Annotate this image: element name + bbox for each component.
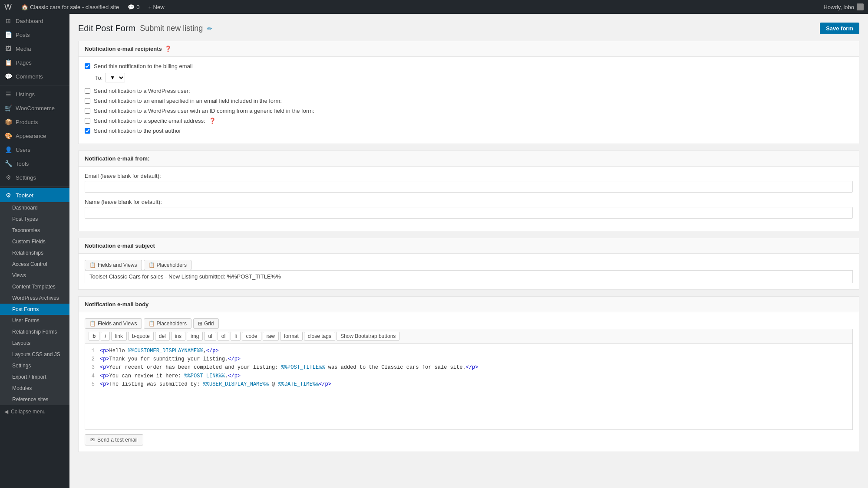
notification-subject-card: Notification e-mail subject 📋 Fields and… (78, 238, 859, 290)
sub-export-import[interactable]: Export / Import (0, 371, 69, 383)
checkbox-email-field-input[interactable] (85, 98, 90, 104)
sub-modules[interactable]: Modules (0, 383, 69, 394)
code-button[interactable]: code (242, 332, 261, 341)
ol-button[interactable]: ol (218, 332, 229, 341)
italic-button[interactable]: i (101, 332, 110, 341)
del-button[interactable]: del (155, 332, 170, 341)
adminbar-new[interactable]: + New (144, 4, 168, 10)
email-icon: ✉ (90, 437, 95, 443)
sub-relationships[interactable]: Relationships (0, 247, 69, 259)
sub-post-types[interactable]: Post Types (0, 213, 69, 225)
li-button[interactable]: li (231, 332, 241, 341)
sub-access-control[interactable]: Access Control (0, 259, 69, 270)
sidebar-item-dashboard[interactable]: ⊞ Dashboard (0, 14, 69, 28)
checkbox-billing: Send this notification to the billing em… (85, 63, 853, 69)
checkbox-post-author-input[interactable] (85, 128, 90, 134)
checkbox-wp-id-input[interactable] (85, 108, 90, 114)
edit-pencil-icon[interactable]: ✏ (207, 25, 212, 32)
main-content: Edit Post Form Submit new listing ✏ Save… (69, 14, 868, 488)
checkbox-post-author: Send notification to the post author (85, 128, 853, 134)
notification-from-header: Notification e-mail from: (79, 151, 859, 167)
code-line-1: 1 <p>Hello %%CUSTOMER_DISPLAYNAME%%,</p> (89, 347, 849, 355)
listings-icon: ☰ (4, 91, 12, 98)
sub-views[interactable]: Views (0, 270, 69, 281)
subject-value[interactable]: Toolset Classic Cars for sales - New Lis… (85, 270, 853, 283)
bold-button[interactable]: b (89, 332, 99, 341)
body-format-toolbar: b i link b-quote del ins img ul ol li co… (85, 329, 853, 343)
body-fields-views-button[interactable]: 📋 Fields and Views (85, 318, 142, 329)
sub-reference-sites[interactable]: Reference sites (0, 394, 69, 405)
sidebar-item-products[interactable]: 📦 Products (0, 115, 69, 129)
img-button[interactable]: img (187, 332, 203, 341)
format-button[interactable]: format (280, 332, 303, 341)
notification-recipients-card: Notification e-mail recipients ❓ Send th… (78, 41, 859, 144)
sidebar-item-appearance[interactable]: 🎨 Appearance (0, 129, 69, 143)
email-field-input[interactable] (85, 181, 853, 193)
page-header: Edit Post Form Submit new listing ✏ Save… (78, 23, 859, 34)
settings-icon: ⚙ (4, 174, 12, 181)
email-field-label: Email (leave blank for default): (85, 173, 853, 179)
body-code-editor[interactable]: 1 <p>Hello %%CUSTOMER_DISPLAYNAME%%,</p>… (85, 343, 853, 430)
toolset-icon: ⚙ (4, 192, 12, 199)
subject-toolbar-row: 📋 Fields and Views 📋 Placeholders (85, 260, 853, 270)
raw-button[interactable]: raw (263, 332, 279, 341)
show-bootstrap-button[interactable]: Show Bootstrap buttons (337, 332, 399, 341)
woocommerce-icon: 🛒 (4, 105, 12, 111)
sub-taxonomies[interactable]: Taxonomies (0, 225, 69, 236)
sub-settings[interactable]: Settings (0, 360, 69, 371)
sub-post-forms[interactable]: Post Forms (0, 304, 69, 315)
checkbox-billing-input[interactable] (85, 63, 90, 69)
close-tags-button[interactable]: close tags (304, 332, 335, 341)
sidebar-item-settings[interactable]: ⚙ Settings (0, 170, 69, 184)
body-grid-button[interactable]: ⊞ Grid (193, 318, 219, 329)
help-icon-recipients[interactable]: ❓ (165, 46, 172, 52)
sub-dashboard[interactable]: Dashboard (0, 202, 69, 213)
checkbox-wp-user-input[interactable] (85, 88, 90, 94)
page-title-area: Edit Post Form Submit new listing ✏ (78, 23, 212, 33)
link-button[interactable]: link (111, 332, 127, 341)
ins-button[interactable]: ins (171, 332, 185, 341)
save-form-button[interactable]: Save form (820, 23, 859, 34)
sidebar-item-toolset[interactable]: ⚙ Toolset (0, 188, 69, 202)
sub-content-templates[interactable]: Content Templates (0, 281, 69, 292)
notification-body-section: 📋 Fields and Views 📋 Placeholders ⊞ Grid… (79, 312, 859, 452)
ul-button[interactable]: ul (204, 332, 216, 341)
sub-wordpress-archives[interactable]: WordPress Archives (0, 292, 69, 304)
wp-logo[interactable]: W (4, 3, 12, 12)
sub-user-forms[interactable]: User Forms (0, 315, 69, 326)
site-icon: 🏠 (21, 4, 28, 10)
sub-layouts[interactable]: Layouts (0, 337, 69, 349)
checkbox-wp-user: Send notification to a WordPress user: (85, 88, 853, 94)
placeholders-icon: 📋 (149, 262, 155, 268)
name-field-label: Name (leave blank for default): (85, 199, 853, 205)
sidebar-item-pages[interactable]: 📋 Pages (0, 56, 69, 69)
send-test-email-button[interactable]: ✉ Send a test email (85, 434, 143, 445)
sidebar-item-comments[interactable]: 💬 Comments (0, 69, 69, 83)
code-line-5: 5 <p>The listing was submitted by: %%USE… (89, 380, 849, 389)
b-quote-button[interactable]: b-quote (128, 332, 154, 341)
tools-icon: 🔧 (4, 160, 12, 167)
fields-views-icon: 📋 (89, 262, 96, 268)
help-icon-specific-email[interactable]: ❓ (209, 118, 216, 124)
checkbox-specific-email-input[interactable] (85, 118, 90, 124)
name-field-input[interactable] (85, 207, 853, 219)
sub-custom-fields[interactable]: Custom Fields (0, 236, 69, 247)
collapse-icon: ◀ (4, 409, 8, 415)
adminbar-site-link[interactable]: 🏠 Classic cars for sale - classified sit… (17, 4, 123, 10)
notification-recipients-body: Send this notification to the billing em… (79, 57, 859, 144)
sub-layouts-css[interactable]: Layouts CSS and JS (0, 349, 69, 360)
subject-placeholders-button[interactable]: 📋 Placeholders (144, 260, 191, 270)
sidebar-item-media[interactable]: 🖼 Media (0, 42, 69, 56)
sidebar-item-users[interactable]: 👤 Users (0, 143, 69, 157)
subject-fields-views-button[interactable]: 📋 Fields and Views (85, 260, 142, 270)
sidebar-item-woocommerce[interactable]: 🛒 WooCommerce (0, 101, 69, 115)
body-placeholders-button[interactable]: 📋 Placeholders (144, 318, 191, 329)
sub-relationship-forms[interactable]: Relationship Forms (0, 326, 69, 337)
adminbar-comments[interactable]: 💬 0 (123, 4, 144, 10)
collapse-menu-button[interactable]: ◀ Collapse menu (0, 405, 69, 418)
sidebar-item-listings[interactable]: ☰ Listings (0, 87, 69, 101)
to-dropdown[interactable]: ▼ (105, 73, 125, 82)
checkbox-email-field: Send notification to an email specified … (85, 98, 853, 104)
sidebar-item-posts[interactable]: 📄 Posts (0, 28, 69, 42)
sidebar-item-tools[interactable]: 🔧 Tools (0, 157, 69, 170)
